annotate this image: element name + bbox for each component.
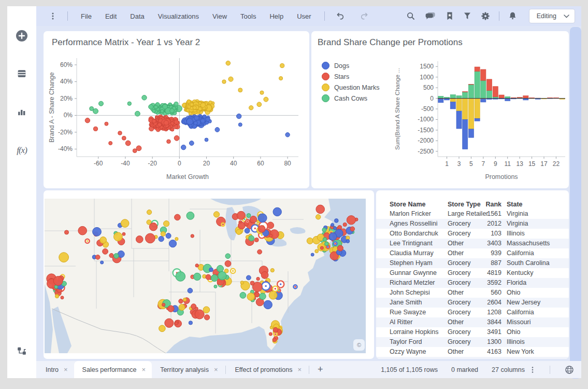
undo-icon (336, 11, 345, 21)
table-row[interactable]: Al RitterOther3844Missouri (376, 317, 569, 327)
comments-button[interactable] (420, 9, 441, 23)
mode-dropdown[interactable]: Editing (529, 9, 575, 23)
close-tab-icon[interactable]: × (297, 366, 302, 373)
table-column-header[interactable]: Rank (468, 200, 501, 209)
vertical-scrollbar[interactable] (570, 27, 581, 379)
table-cell: New York (507, 347, 565, 357)
kebab-menu-button[interactable] (45, 10, 61, 22)
table-row[interactable]: Richard MetzlerGrocery3592Florida (376, 278, 569, 288)
table-row[interactable]: Taylor FordGrocery1300Illinois (376, 337, 569, 347)
table-cell: Marlon Fricker (390, 209, 446, 219)
add-page-button[interactable]: + (310, 364, 331, 375)
svg-text:-60: -60 (94, 160, 103, 167)
svg-text:20%: 20% (60, 95, 73, 102)
svg-text:Promotions: Promotions (485, 173, 518, 180)
redo-button[interactable] (355, 9, 374, 23)
close-tab-icon[interactable]: × (64, 366, 68, 373)
table-cell: 3403 (468, 239, 501, 248)
table-cell: Stephen Hyam (390, 258, 446, 268)
table-row[interactable]: Ozzy WayneOther4163New York (376, 347, 569, 357)
search-button[interactable] (401, 9, 420, 23)
svg-text:7: 7 (482, 160, 485, 168)
svg-text:80: 80 (284, 160, 291, 167)
svg-text:-40: -40 (121, 160, 130, 167)
table-row[interactable]: Lee TrintignantOther3403Massachusetts (376, 239, 569, 248)
left-sidebar: f(x) (7, 6, 36, 378)
page-tab-label: Sales performance (82, 366, 137, 373)
status-separator (550, 366, 550, 374)
map-chart[interactable] (45, 199, 366, 353)
menu-item-user[interactable]: User (290, 10, 318, 22)
data-canvas-button[interactable] (7, 340, 36, 363)
table-panel[interactable]: Store NameStore TypeRankState Marlon Fri… (376, 190, 569, 359)
menu-item-help[interactable]: Help (263, 10, 290, 22)
tab-separator (309, 366, 309, 374)
settings-button[interactable] (476, 9, 495, 23)
comments-icon (425, 11, 436, 21)
table-body: Marlon FrickerLarge Retailer1561Virginia… (376, 209, 569, 359)
table-cell: Otto Bondarchuk (390, 229, 446, 239)
table-row[interactable]: John SchepisiOther560Ohio (376, 288, 569, 298)
svg-text:9: 9 (494, 160, 497, 168)
table-row[interactable]: Gunnar GwynneGrocery4819Kentucky (376, 268, 569, 278)
table-row[interactable]: Claudia MurrayOther939California (376, 248, 569, 258)
kebab-icon (49, 12, 56, 20)
table-cell: Taylor Ford (390, 337, 446, 347)
table-row[interactable]: Lorraine HopkinsGrocery3491Ohio (376, 327, 569, 337)
table-column-header[interactable]: Store Name (390, 200, 446, 209)
table-row[interactable]: Marlon FrickerLarge Retailer1561Virginia (376, 209, 569, 219)
table-row[interactable]: Agnes RosselliniGrocery2012Virginia (376, 219, 569, 229)
globe-icon[interactable] (565, 365, 574, 374)
scatter-chart[interactable]: 60%40%20%0%-20%-40%-60-40-20020406080Mar… (44, 31, 309, 188)
tab-separator (225, 366, 226, 374)
visualization-types-button[interactable] (7, 101, 36, 124)
table-cell: 3491 (468, 327, 501, 337)
page-tab-territory-analysis[interactable]: Territory analysis× (152, 361, 224, 378)
map-attribution-button[interactable]: © (353, 339, 365, 351)
filter-button[interactable] (458, 9, 476, 23)
undo-button[interactable] (331, 9, 350, 23)
notifications-button[interactable] (504, 9, 522, 23)
menu-bar: FileEditDataVisualizationsViewToolsHelpU… (74, 10, 318, 22)
table-cell: New Jersey (507, 298, 565, 308)
table-column-header[interactable]: State (507, 200, 565, 209)
table-row[interactable]: Asa RandolphOther3153Nebraska (376, 357, 569, 359)
bookmarks-button[interactable] (441, 9, 458, 23)
svg-text:500: 500 (423, 84, 434, 91)
page-tab-intro[interactable]: Intro× (37, 361, 74, 378)
table-cell: 1561 (468, 209, 501, 219)
bar-panel[interactable]: Brand Share Change per Promotions DogsSt… (311, 31, 569, 188)
bar-chart[interactable]: 150010005000-500-1000-1500-2000-25001357… (311, 31, 569, 188)
data-in-analysis-button[interactable] (7, 63, 36, 86)
menu-item-tools[interactable]: Tools (234, 10, 263, 22)
map-panel[interactable]: © (44, 190, 374, 359)
menu-item-visualizations[interactable]: Visualizations (151, 10, 206, 22)
table-row[interactable]: Jane SmithGrocery2604New Jersey (376, 298, 569, 308)
status-kebab-icon[interactable] (530, 366, 535, 373)
table-cell: 4163 (468, 347, 501, 357)
svg-text:5: 5 (469, 160, 473, 168)
svg-text:15: 15 (528, 160, 536, 168)
table-cell: Illinois (507, 229, 565, 239)
table-cell: California (507, 308, 565, 317)
menu-item-file[interactable]: File (74, 10, 98, 22)
close-tab-icon[interactable]: × (142, 366, 146, 373)
table-cell: Ohio (507, 288, 565, 298)
svg-text:-2500: -2500 (418, 148, 434, 155)
svg-text:Market Growth: Market Growth (166, 173, 209, 180)
menu-item-data[interactable]: Data (123, 10, 151, 22)
table-cell: Kentucky (507, 268, 565, 278)
table-cell: Massachusetts (507, 239, 565, 248)
page-tab-effect-of-promotions[interactable]: Effect of promotions× (227, 361, 308, 378)
close-tab-icon[interactable]: × (214, 366, 218, 373)
add-visualization-button[interactable] (7, 25, 36, 48)
scatter-panel[interactable]: Performance Matrix - Year 1 vs Year 2 60… (44, 31, 309, 188)
table-row[interactable]: Stephen HyamGrocery887South Carolina (376, 258, 569, 268)
table-row[interactable]: Otto BondarchukGrocery103Illinois (376, 229, 569, 239)
table-row[interactable]: Rue SwayzeGrocery1208California (376, 308, 569, 317)
page-tab-sales-performance[interactable]: Sales performance× (74, 361, 152, 378)
redo-icon (360, 11, 369, 21)
functions-button[interactable]: f(x) (7, 139, 36, 162)
menu-item-edit[interactable]: Edit (98, 10, 123, 22)
menu-item-view[interactable]: View (206, 10, 234, 22)
